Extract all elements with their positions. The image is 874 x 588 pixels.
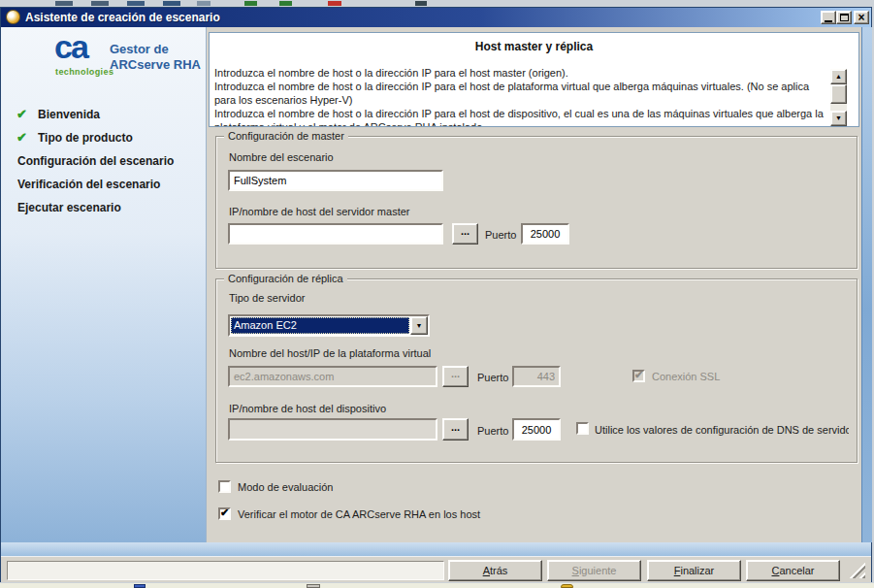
window-bottom-border [1,542,871,556]
next-button: Siguiente [547,560,641,581]
scenario-name-label: Nombre del escenario [229,151,334,163]
virtual-platform-browse-button: ... [442,366,469,387]
verify-engine-label: Verificar el motor de CA ARCserve RHA en… [238,508,480,520]
toolbar-icon-fragment [163,1,180,6]
sidebar-step-verificacion-del-escenario: Verificación del escenario [17,178,160,191]
toolbar-icon-fragment [127,1,145,6]
screen: Asistente de creación de escenario × ca … [0,0,874,588]
instruction-line: Introduzca el nombre de host o la direcc… [214,107,825,126]
server-type-label: Tipo de servidor [229,292,305,304]
app-name: Gestor de ARCserve RHA [110,42,201,73]
scroll-up-button[interactable]: ▲ [830,69,847,84]
server-type-selected-value: Amazon EC2 [231,317,409,334]
close-button[interactable]: × [854,11,869,24]
window-right-border [861,27,872,542]
toolbar-icon-fragment [279,1,292,6]
back-button[interactable]: Atrás [448,560,542,581]
instruction-line: Introduzca el nombre de host o la direcc… [214,80,825,107]
master-group-legend: Configuración de master [224,130,348,142]
toolbar-icon-fragment [415,1,427,6]
check-icon: ✔ [16,107,32,121]
virtual-platform-host-input [228,366,437,387]
master-config-group: Configuración de master Nombre del escen… [215,136,858,269]
minimize-icon [825,20,832,22]
instruction-line: Introduzca el nombre de host o la direcc… [214,66,825,80]
app-icon [6,10,20,24]
resize-grip[interactable] [848,561,865,578]
desktop-strip [0,583,874,588]
desktop-icon-fragment [561,584,573,588]
wizard-sidebar: ca technologies Gestor de ARCserve RHA ✔… [1,27,207,542]
sidebar-step-tipo-de-producto: Tipo de producto [38,131,133,145]
background-window-strip [0,0,874,7]
master-host-label: IP/nombre de host del servidor master [229,206,409,217]
check-icon: ✔ [634,370,643,380]
virtual-platform-port-label: Puerto [477,372,508,383]
maximize-icon [840,14,849,21]
master-host-browse-button[interactable]: ... [452,223,478,245]
check-icon: ✔ [16,130,32,145]
page-title: Host master y réplica [210,40,858,53]
toolbar-icon-fragment [91,1,109,6]
virtual-platform-host-label: Nombre del host/IP de la plataforma virt… [229,347,431,359]
ssl-label: Conexión SSL [652,371,720,382]
toolbar-icon-fragment [328,1,341,6]
check-icon: ✔ [220,507,229,518]
evaluation-mode-checkbox[interactable] [218,480,231,493]
evaluation-mode-label: Modo de evaluación [238,481,333,493]
desktop-icon-fragment [134,584,146,588]
dns-label: Utilice los valores de configuración de … [595,424,849,436]
appliance-host-label: IP/nombre de host del dispositivo [229,403,386,414]
toolbar-icon-fragment [55,1,73,6]
scrollbar-thumb[interactable] [830,84,847,104]
toolbar-icon-fragment [244,1,257,6]
server-type-select[interactable]: Amazon EC2 ▼ [228,314,430,337]
sidebar-step-bienvenida: Bienvenida [38,108,100,121]
verify-engine-checkbox[interactable]: ✔ [218,507,231,520]
minimize-button[interactable] [821,11,836,24]
desktop-icon-fragment [307,584,320,588]
sidebar-step-configuracion-del-escenario: Configuración del escenario [17,154,174,168]
appliance-host-input[interactable] [228,418,437,441]
status-panel [7,561,444,580]
window-title: Asistente de creación de escenario [25,11,220,24]
appliance-port-label: Puerto [477,425,508,437]
close-icon: × [858,13,864,22]
step-header-box: Host master y réplica Introduzca el nomb… [209,32,859,127]
cancel-button[interactable]: Cancelar [746,560,840,581]
chevron-down-icon[interactable]: ▼ [410,316,428,335]
replica-config-group: Configuración de réplica Tipo de servido… [215,278,858,463]
virtual-platform-port-input [512,366,561,387]
maximize-button[interactable] [836,11,852,24]
window-titlebar: Asistente de creación de escenario × [1,8,871,27]
master-port-input[interactable] [521,223,569,245]
scenario-name-input[interactable] [228,170,443,191]
ca-logo-technologies: technologies [55,67,113,77]
scroll-down-button[interactable]: ▼ [830,111,847,126]
replica-group-legend: Configuración de réplica [224,273,347,284]
footer-bar: Atrás Siguiente Finalizar Cancelar [1,556,871,582]
appliance-port-input[interactable] [512,418,561,441]
ca-logo: ca [54,31,87,62]
toolbar-icon-fragment [197,1,210,6]
finish-button[interactable]: Finalizar [647,560,741,581]
instructions-text: Introduzca el nombre de host o la direcc… [214,66,825,126]
master-port-label: Puerto [485,229,516,241]
instructions-scrollbar[interactable]: ▲ ▼ [830,69,847,126]
master-host-input[interactable] [228,223,443,245]
dns-checkbox[interactable] [576,422,589,435]
ssl-checkbox: ✔ [632,370,645,382]
appliance-browse-button[interactable]: ... [442,418,469,441]
sidebar-step-ejecutar-escenario: Ejecutar escenario [17,201,121,214]
